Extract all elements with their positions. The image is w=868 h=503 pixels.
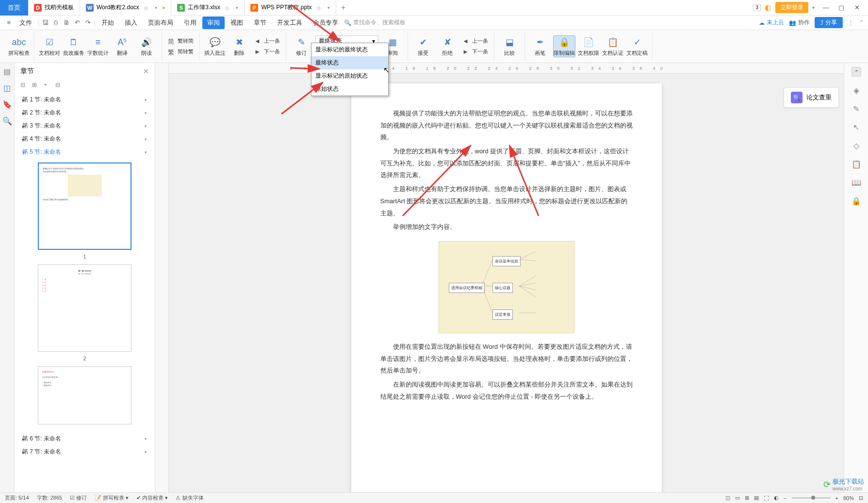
- zoom-in-button[interactable]: +: [835, 495, 838, 501]
- menu-page-layout[interactable]: 页面布局: [143, 16, 178, 29]
- menu-review[interactable]: 审阅: [202, 16, 225, 29]
- tab-docer[interactable]: D 找稻壳模板: [28, 0, 80, 16]
- doc-finalize-button[interactable]: ✓文档定稿: [626, 36, 648, 57]
- paper-check-button[interactable]: 🔍 论文查重: [784, 87, 839, 108]
- page-thumbnail[interactable]: 视频提供了功能强大的方法帮助您证明您的观点...为使您的文档具有专业外观...使…: [38, 162, 131, 250]
- bookmark-icon[interactable]: 🔖: [3, 100, 12, 109]
- zoom-level[interactable]: 80%: [843, 495, 854, 501]
- badge-count[interactable]: 3: [753, 4, 761, 11]
- next-comment-button[interactable]: ►下一条: [252, 47, 282, 57]
- style-icon[interactable]: ◈: [852, 85, 861, 95]
- menu-insert[interactable]: 插入: [120, 16, 142, 29]
- section-menu-icon[interactable]: ▾: [145, 111, 147, 115]
- doc-auth-button[interactable]: 📋文档认证: [602, 36, 624, 57]
- select-icon[interactable]: ↖: [852, 122, 861, 132]
- nav-collapse-icon[interactable]: ⊟: [20, 81, 28, 89]
- add-tab-button[interactable]: +: [336, 3, 350, 12]
- section-item[interactable]: ▸第 1 节: 未命名▾: [18, 93, 151, 106]
- reject-button[interactable]: ✘拒绝: [436, 36, 459, 57]
- doc-proof-button[interactable]: ☑文档校对: [38, 36, 61, 57]
- cloud-sync-button[interactable]: ☁ 未上云: [759, 18, 784, 27]
- collapse-panel-button[interactable]: ⌃: [852, 67, 861, 77]
- nav-close-icon[interactable]: ✕: [143, 67, 149, 75]
- menu-references[interactable]: 引用: [179, 16, 201, 29]
- page-thumbnail[interactable]: 第一章 XXXXX第一节 XXXXX1、xx2、xx3、xx4、xx5、xx: [38, 264, 131, 352]
- section-menu-icon[interactable]: ▾: [145, 124, 147, 129]
- menu-start[interactable]: 开始: [97, 16, 119, 29]
- collapse-ribbon-icon[interactable]: ⌃: [859, 19, 864, 26]
- status-page[interactable]: 页面: 5/14: [5, 494, 29, 502]
- command-search[interactable]: 🔍 查找命令、搜索模板: [344, 18, 406, 27]
- menu-dev-tools[interactable]: 开发工具: [272, 16, 307, 29]
- spellcheck-button[interactable]: abc 拼写检查: [8, 36, 30, 57]
- section-item[interactable]: ▸第 4 节: 未命名▾: [18, 132, 151, 146]
- view-mode-fullscreen-icon[interactable]: ⛶: [764, 495, 769, 501]
- section-item[interactable]: ▸第 2 节: 未命名▾: [18, 106, 151, 119]
- track-changes-button[interactable]: ✎修订: [290, 36, 312, 57]
- section-item[interactable]: ▾第 5 节: 未命名▾: [18, 146, 151, 159]
- shapes-icon[interactable]: ◇: [852, 141, 861, 150]
- minimize-button[interactable]: —: [819, 2, 833, 14]
- format-icon[interactable]: ✎: [852, 104, 861, 114]
- section-item[interactable]: ▸第 7 节: 未命名▾: [18, 445, 151, 458]
- close-button[interactable]: ✕: [850, 2, 864, 14]
- login-dropdown-icon[interactable]: ▾: [812, 5, 815, 10]
- lock-panel-icon[interactable]: 🔒: [852, 196, 861, 206]
- section-menu-icon[interactable]: ▾: [145, 137, 147, 142]
- doc-permission-button[interactable]: 📄文档权限: [577, 36, 600, 57]
- outline-view-icon[interactable]: ▤: [3, 67, 12, 76]
- tab-ppt-doc[interactable]: P WPS PPT教程.pptx ○ ▾: [245, 0, 336, 16]
- section-menu-icon[interactable]: ▾: [145, 437, 147, 441]
- view-mode-read-icon[interactable]: ▭: [735, 495, 740, 501]
- compare-button[interactable]: ⬓比较: [498, 36, 521, 57]
- share-button[interactable]: ⤴ 分享: [815, 17, 843, 28]
- page-thumbnail[interactable]: 标题样本文字正文内容示例文本...• 项目符号• 项目符号: [38, 366, 131, 424]
- menu-view[interactable]: 视图: [226, 16, 248, 29]
- dropdown-item-original-markup[interactable]: 显示标记的原始状态: [311, 69, 388, 82]
- read-aloud-button[interactable]: 🔊朗读: [135, 36, 158, 57]
- app-menu-icon[interactable]: ≡: [4, 18, 14, 28]
- zoom-fit-icon[interactable]: ⊡: [859, 495, 863, 501]
- zoom-slider[interactable]: [792, 497, 831, 499]
- word-count-button[interactable]: ≡字数统计: [87, 36, 109, 57]
- file-menu[interactable]: 文件: [15, 16, 37, 29]
- tab-dropdown-icon[interactable]: ▾: [328, 5, 330, 10]
- print-icon[interactable]: ⎙: [51, 18, 61, 28]
- tab-dropdown-icon[interactable]: ▾: [236, 5, 238, 10]
- save-icon[interactable]: 🖫: [40, 18, 50, 28]
- tab-word-doc[interactable]: W Word教程2.docx ○ ▾ ●: [80, 0, 171, 16]
- section-menu-icon[interactable]: ▾: [145, 150, 147, 155]
- delete-comment-button[interactable]: ✖删除: [228, 36, 250, 57]
- find-icon[interactable]: 🔍: [3, 116, 12, 125]
- nav-delete-icon[interactable]: ⊟: [55, 81, 63, 89]
- dropdown-item-original[interactable]: 原始状态: [311, 82, 388, 96]
- tab-dropdown-icon[interactable]: ▾: [155, 5, 157, 10]
- clipboard-icon[interactable]: 📋: [852, 159, 861, 169]
- view-mode-outline-icon[interactable]: ▤: [754, 495, 759, 501]
- dropdown-item-final[interactable]: 最终状态: [311, 56, 388, 69]
- simp-to-trad-button[interactable]: 繁简转繁: [166, 47, 196, 57]
- chapters-view-icon[interactable]: ◫: [3, 83, 12, 92]
- section-menu-icon[interactable]: ▾: [145, 97, 147, 102]
- next-revision-button[interactable]: ►下一条: [460, 47, 490, 57]
- status-revision[interactable]: ☑ 修订: [70, 494, 87, 502]
- undo-icon[interactable]: ↶: [72, 18, 82, 28]
- accept-button[interactable]: ✔接受: [412, 36, 434, 57]
- dropdown-item-final-markup[interactable]: 显示标记的最终状态: [311, 43, 388, 56]
- batch-comment-button[interactable]: 🗒批改服务: [63, 36, 85, 57]
- prev-revision-button[interactable]: ◄上一条: [460, 36, 490, 46]
- print-preview-icon[interactable]: 🗎: [62, 18, 71, 28]
- view-mode-web-icon[interactable]: ⊞: [745, 495, 749, 501]
- view-mode-print-icon[interactable]: ◫: [725, 495, 730, 501]
- section-item[interactable]: ▸第 3 节: 未命名▾: [18, 119, 151, 132]
- menu-chapters[interactable]: 章节: [249, 16, 271, 29]
- section-menu-icon[interactable]: ▾: [145, 450, 147, 454]
- status-spellcheck[interactable]: 📝 拼写检查 ▾: [95, 494, 129, 502]
- zoom-out-button[interactable]: −: [784, 495, 786, 501]
- login-button[interactable]: 立即登录: [775, 2, 808, 13]
- document-page[interactable]: 视频提供了功能强大的方法帮助您证明您的观点。当您单击联机视频时，可以在想要添加的…: [351, 83, 662, 494]
- restrict-edit-button[interactable]: 🔒限制编辑: [553, 35, 575, 57]
- redo-icon[interactable]: ↷: [83, 18, 93, 28]
- book-icon[interactable]: 📖: [852, 178, 861, 187]
- translate-button[interactable]: A⁵翻译: [111, 36, 133, 57]
